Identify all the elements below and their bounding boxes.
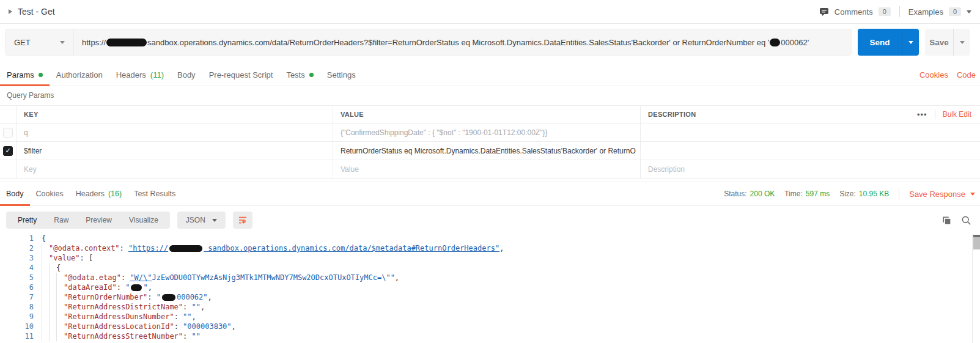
code-token: , <box>395 273 399 282</box>
code-token: "W/\" <box>130 273 152 282</box>
key-column-header: KEY <box>24 111 39 118</box>
indent-guide <box>42 243 49 253</box>
response-icon-group <box>941 215 974 226</box>
copy-button[interactable] <box>941 215 952 226</box>
code-token: sandbox.operations.dynamics.com/data/$me… <box>204 244 499 253</box>
method-select[interactable]: GET <box>6 29 74 55</box>
key-cell[interactable]: q <box>17 124 333 141</box>
code-token: "ReturnOrderNumber" <box>64 293 147 301</box>
copy-icon <box>941 215 952 226</box>
code-token: "" <box>183 312 191 321</box>
response-tab-body[interactable]: Body <box>0 182 30 205</box>
line-number: 2 <box>0 243 42 253</box>
tab-settings[interactable]: Settings <box>320 64 363 86</box>
code-token: : <box>183 303 191 311</box>
indent-guide <box>56 282 64 292</box>
view-pretty-button[interactable]: Pretty <box>9 212 45 229</box>
indent-guide <box>42 253 49 263</box>
tab-label: Cookies <box>36 190 64 198</box>
tab-label: Tests <box>286 70 304 79</box>
description-cell-placeholder[interactable]: Description <box>641 160 980 178</box>
collapse-arrow-icon[interactable] <box>9 9 12 14</box>
url-scheme: https:// <box>82 38 106 47</box>
response-tab-cookies[interactable]: Cookies <box>30 182 70 205</box>
indent-guide <box>56 302 64 312</box>
view-visualize-button[interactable]: Visualize <box>120 212 167 229</box>
line-number: 6 <box>0 282 42 292</box>
description-cell[interactable] <box>641 142 980 160</box>
tab-pre-request-script[interactable]: Pre-request Script <box>202 64 280 86</box>
header-actions: Comments 0 Examples 0 <box>819 6 971 17</box>
comments-label: Comments <box>834 7 873 17</box>
response-tab-headers[interactable]: Headers (16) <box>70 182 128 205</box>
code-scrollbar-thumb[interactable] <box>973 235 980 249</box>
tab-headers[interactable]: Headers (11) <box>109 64 171 86</box>
code-token: , <box>201 303 205 311</box>
description-cell[interactable] <box>641 124 980 141</box>
code-token: "ReturnAddressDistrictName" <box>64 303 183 311</box>
save-button[interactable]: Save <box>925 29 953 56</box>
send-button[interactable]: Send <box>858 29 902 56</box>
value-column-header: VALUE <box>341 111 364 118</box>
code-scrollbar[interactable] <box>972 234 980 343</box>
value-cell-placeholder[interactable]: Value <box>333 160 641 178</box>
examples-button[interactable]: Examples 0 <box>908 7 971 17</box>
param-row-new: Key Value Description <box>0 160 980 179</box>
code-token: "ReturnAddressStreetNumber" <box>64 332 183 341</box>
params-actions: ••• Bulk Edit <box>917 109 973 119</box>
more-options-icon[interactable]: ••• <box>917 110 927 119</box>
view-preview-button[interactable]: Preview <box>77 212 120 229</box>
redaction-blob <box>131 284 142 291</box>
code-token: { <box>42 234 46 243</box>
indent-guide <box>42 263 49 273</box>
headers-count: (11) <box>150 70 164 79</box>
indent-guide <box>56 292 64 302</box>
value-cell[interactable]: ReturnOrderStatus eq Microsoft.Dynamics.… <box>333 142 641 160</box>
comments-button[interactable]: Comments 0 <box>819 7 891 17</box>
response-body-editor[interactable]: 1{2"@odata.context": "https:// sandbox.o… <box>0 234 980 343</box>
status-value: 200 OK <box>750 190 775 198</box>
checkbox-q[interactable] <box>3 128 13 138</box>
meta-divider <box>899 189 899 199</box>
search-button[interactable] <box>961 215 971 226</box>
green-dot-icon <box>309 73 314 77</box>
send-button-group: Send <box>858 29 919 56</box>
key-cell[interactable]: $filter <box>17 142 333 160</box>
code-link[interactable]: Code <box>957 70 976 79</box>
size-label: Size: <box>839 190 856 198</box>
format-select[interactable]: JSON <box>177 212 226 229</box>
value-cell[interactable]: {"ConfirmedShippingDate" : { "$not" : "1… <box>333 124 641 141</box>
indent-guide <box>49 331 56 341</box>
tab-authorization[interactable]: Authorization <box>50 64 109 86</box>
tab-label: Body <box>177 70 196 79</box>
request-bar: GET https://sandbox.operations.dynamics.… <box>5 29 970 56</box>
cookies-link[interactable]: Cookies <box>919 70 948 79</box>
wrap-lines-button[interactable] <box>233 212 252 229</box>
save-response-button[interactable]: Save Response <box>909 190 975 199</box>
send-options-button[interactable] <box>902 29 919 56</box>
wrap-lines-icon <box>238 215 248 225</box>
view-raw-button[interactable]: Raw <box>45 212 77 229</box>
param-row-q: q {"ConfirmedShippingDate" : { "$not" : … <box>0 124 980 142</box>
indent-guide <box>42 273 49 282</box>
request-tabs: Params Authorization Headers (11) Body P… <box>0 64 980 86</box>
indent-guide <box>56 322 64 331</box>
tab-body[interactable]: Body <box>171 64 202 86</box>
bulk-edit-link[interactable]: Bulk Edit <box>943 110 971 119</box>
method-caret-icon <box>60 41 65 44</box>
green-dot-icon <box>39 73 43 77</box>
tab-params[interactable]: Params <box>0 64 50 86</box>
url-input[interactable]: https://sandbox.operations.dynamics.com/… <box>74 38 851 47</box>
url-rest: sandbox.operations.dynamics.com/data/Ret… <box>147 38 769 47</box>
send-caret-icon <box>908 41 913 44</box>
comments-count-badge: 0 <box>879 7 891 16</box>
request-title: Test - Get <box>18 7 55 17</box>
key-cell-placeholder[interactable]: Key <box>17 160 333 178</box>
line-number: 10 <box>0 322 42 331</box>
tab-tests[interactable]: Tests <box>279 64 320 86</box>
save-options-button[interactable] <box>953 29 970 56</box>
response-tab-test-results[interactable]: Test Results <box>128 182 182 205</box>
indent-guide <box>56 312 64 322</box>
indent-guide <box>42 322 49 331</box>
checkbox-filter[interactable]: ✓ <box>3 146 13 156</box>
